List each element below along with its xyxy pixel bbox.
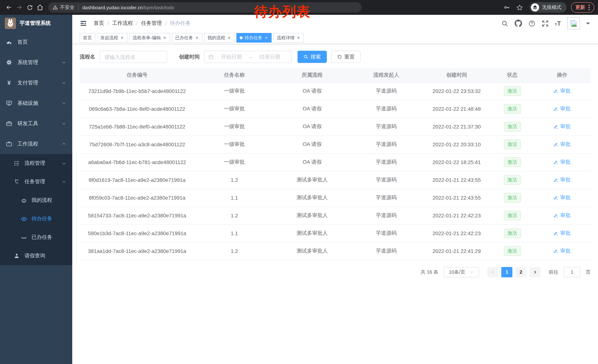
browser-update-menu-button[interactable]: 更新: [571, 2, 594, 13]
cell-operation: 审批: [533, 82, 590, 100]
cell-status: 激活: [491, 189, 533, 207]
cell-process: OA 请假: [274, 82, 350, 100]
cell-task-id: 381aa1dd-7ac8-11ec-a9e2-a2380e71991a: [80, 242, 194, 260]
prev-page-button[interactable]: [487, 267, 498, 277]
help-icon[interactable]: [528, 20, 535, 27]
start-date-placeholder[interactable]: 开始日期: [214, 54, 249, 60]
cell-process: OA 请假: [274, 100, 350, 118]
approve-link[interactable]: 审批: [554, 194, 571, 201]
cell-operation: 审批: [533, 136, 590, 153]
cell-starter: 芋道源码: [350, 82, 422, 100]
reset-button[interactable]: 重置: [331, 51, 360, 63]
avatar[interactable]: [567, 17, 580, 30]
browser-back-button[interactable]: [4, 2, 14, 13]
close-icon[interactable]: ×: [227, 35, 231, 40]
approve-link[interactable]: 审批: [554, 212, 571, 219]
approve-link[interactable]: 审批: [554, 230, 571, 237]
security-indicator[interactable]: 不安全: [53, 4, 75, 11]
end-date-placeholder[interactable]: 结束日期: [252, 54, 288, 60]
edit-icon: [554, 195, 558, 200]
column-header-status: 状态: [491, 68, 533, 82]
sidebar-item-task-management[interactable]: 任务管理: [0, 173, 72, 191]
cell-task-name: 1.1: [194, 224, 274, 242]
tag-todo-tasks[interactable]: 待办任务×: [236, 33, 272, 43]
close-icon[interactable]: ×: [120, 35, 124, 40]
cell-task-id: 8f0d1619-7ac8-11ec-a9e2-a2380e71991a: [80, 171, 194, 189]
fullscreen-icon[interactable]: [541, 20, 548, 27]
sidebar-item-done-tasks[interactable]: 已办任务: [0, 228, 72, 247]
sidebar-item-devtools[interactable]: 研发工具: [0, 113, 72, 134]
table-header-row: 任务编号 任务名称 所属流程 流程发起人 创建时间 状态 操作: [80, 68, 590, 82]
pagination: 共 16 条 10条/页 1 2 前往 页: [80, 267, 590, 284]
font-size-icon[interactable]: TT: [555, 20, 561, 26]
sidebar-item-process-management[interactable]: 流程管理: [0, 154, 72, 173]
page-size-select[interactable]: 10条/页: [443, 267, 479, 277]
next-page-button[interactable]: [530, 267, 540, 277]
breadcrumb-workflow[interactable]: 工作流程: [112, 20, 133, 27]
table-row: 381aa1dd-7ac8-11ec-a9e2-a2380e71991a 1.2…: [80, 242, 590, 260]
process-name-input[interactable]: [100, 51, 167, 63]
tag-start-process[interactable]: 发起流程×: [97, 33, 127, 43]
table-row: 8f059c03-7ac8-11ec-a9e2-a2380e71991a 1.1…: [80, 189, 590, 207]
approve-link[interactable]: 审批: [554, 105, 571, 112]
url-path: /bpm/task/todo: [143, 5, 174, 10]
cell-status: 激活: [491, 242, 533, 260]
sidebar-collapse-icon[interactable]: [80, 20, 87, 27]
briefcase-icon: [6, 141, 12, 147]
close-icon[interactable]: ×: [296, 35, 300, 40]
sidebar-item-payment[interactable]: ¥ 支付管理: [0, 73, 72, 93]
sidebar-item-workflow[interactable]: 工作流程: [0, 134, 72, 154]
tag-my-process[interactable]: 我的流程×: [204, 33, 234, 43]
sidebar-item-system[interactable]: 系统管理: [0, 52, 72, 73]
approve-link[interactable]: 审批: [554, 88, 571, 94]
close-icon[interactable]: ×: [195, 35, 199, 40]
tag-done-tasks[interactable]: 已办任务×: [172, 33, 202, 43]
github-icon[interactable]: [515, 20, 522, 27]
avatar-dropdown-caret[interactable]: [586, 22, 590, 26]
search-icon[interactable]: [501, 20, 508, 27]
approve-link[interactable]: 审批: [554, 248, 571, 254]
sidebar-item-todo-tasks[interactable]: 待办任务: [0, 210, 72, 228]
approve-link[interactable]: 审批: [554, 123, 571, 130]
goto-page-input[interactable]: [564, 267, 580, 277]
cell-task-id: 8f059c03-7ac8-11ec-a9e2-a2380e71991a: [80, 189, 194, 207]
bookmark-star-icon[interactable]: [515, 3, 524, 12]
approve-link[interactable]: 审批: [554, 159, 571, 166]
close-icon[interactable]: ×: [264, 35, 268, 40]
breadcrumb-home[interactable]: 首页: [94, 20, 104, 27]
red-annotation: 待办列表: [254, 5, 310, 18]
page-button-2[interactable]: 2: [515, 267, 526, 277]
cell-create-time: 2022-01-21 22:41:29: [422, 242, 491, 260]
cell-operation: 审批: [533, 100, 590, 118]
chevron-down-icon: [61, 60, 66, 65]
sidebar-item-leave-query[interactable]: 请假查询: [0, 247, 72, 265]
date-range-picker[interactable]: 开始日期 - 结束日期: [204, 51, 291, 63]
tag-process-form-edit[interactable]: 流程表单-编辑×: [129, 33, 170, 43]
org-tree-icon: [14, 179, 20, 185]
sidebar-item-home[interactable]: 首页: [0, 32, 72, 52]
sidebar-item-infrastructure[interactable]: 基础设施: [0, 93, 72, 113]
sidebar-item-label: 支付管理: [17, 80, 38, 86]
cell-operation: 审批: [533, 207, 590, 224]
page-button-1[interactable]: 1: [501, 267, 512, 277]
tag-home[interactable]: 首页: [80, 33, 95, 43]
breadcrumb-task-management[interactable]: 任务管理: [141, 20, 162, 27]
cell-task-id: 725a1eb6-7b88-11ec-8ef0-acde48001122: [80, 118, 194, 136]
address-bar[interactable]: 不安全 dashboard.yudao.iocoder.cn/bpm/task/…: [48, 2, 362, 13]
sidebar-item-my-process[interactable]: 我的流程: [0, 191, 72, 210]
cell-create-time: 2022-01-22 23:53:32: [422, 82, 491, 100]
edit-icon: [554, 249, 558, 253]
search-button[interactable]: 搜索: [298, 51, 327, 63]
edit-icon: [554, 231, 558, 236]
status-badge: 激活: [504, 157, 521, 167]
browser-home-button[interactable]: [35, 2, 45, 13]
warning-icon: [53, 5, 58, 10]
close-icon[interactable]: ×: [163, 35, 167, 40]
browser-reload-button[interactable]: [25, 2, 35, 13]
tag-process-detail[interactable]: 流程详情×: [274, 33, 304, 43]
password-key-icon[interactable]: [502, 3, 512, 12]
approve-link[interactable]: 审批: [554, 177, 571, 183]
cell-task-id: 580e1b3d-7ac8-11ec-a9e2-a2380e71991a: [80, 224, 194, 242]
browser-forward-button[interactable]: [14, 2, 25, 13]
approve-link[interactable]: 审批: [554, 141, 571, 148]
